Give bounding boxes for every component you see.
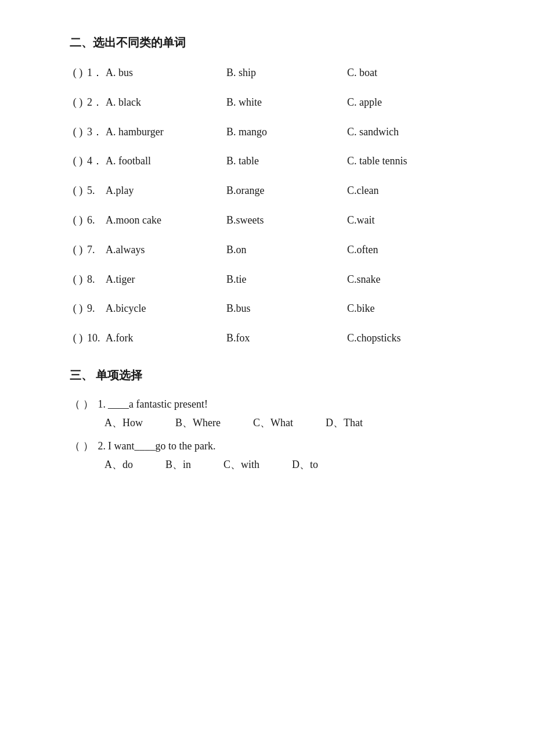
option-item: C.chopsticks bbox=[347, 330, 401, 347]
table-row: ( ) 6.A.moon cakeB.sweetsC.wait bbox=[70, 212, 464, 229]
option-item: B.orange bbox=[226, 182, 319, 199]
answer-bracket: ( ) bbox=[70, 212, 86, 229]
option-item: C. apple bbox=[347, 94, 382, 111]
answer-bracket: ( ) bbox=[70, 182, 86, 199]
option-item: A. black bbox=[106, 94, 199, 111]
option-item: B.on bbox=[226, 242, 319, 258]
section-2-title: 二、选出不同类的单词 bbox=[70, 35, 464, 51]
mc-options-row: A、HowB、WhereC、WhatD、That bbox=[104, 416, 464, 430]
question-number: 3． bbox=[87, 124, 103, 141]
options-row: A. hamburgerB. mangoC. sandwich bbox=[106, 124, 399, 141]
option-item: A.play bbox=[106, 182, 199, 199]
table-row: ( ) 1．A. busB. shipC. boat bbox=[70, 64, 464, 81]
question-number: 6. bbox=[87, 212, 103, 229]
question-number: 1. bbox=[98, 398, 106, 411]
option-item: A.always bbox=[106, 242, 199, 258]
options-row: A.moon cakeB.sweetsC.wait bbox=[106, 212, 375, 229]
option-item: C、What bbox=[253, 416, 293, 430]
answer-bracket: ( ) bbox=[70, 242, 86, 258]
options-row: A. busB. shipC. boat bbox=[106, 64, 377, 81]
option-item: C. boat bbox=[347, 64, 377, 81]
question-number: 5. bbox=[87, 182, 103, 199]
question-number: 10. bbox=[87, 330, 103, 347]
option-item: C.often bbox=[347, 242, 378, 258]
answer-bracket: （ ） bbox=[70, 439, 93, 453]
option-item: B.fox bbox=[226, 330, 319, 347]
mc-question-row: （ ）1.____a fantastic present! bbox=[70, 397, 464, 411]
option-item: A.moon cake bbox=[106, 212, 199, 229]
options-row: A.alwaysB.onC.often bbox=[106, 242, 378, 258]
option-item: B. ship bbox=[226, 64, 319, 81]
option-item: D、That bbox=[326, 416, 363, 430]
option-item: B. mango bbox=[226, 124, 319, 141]
options-row: A.playB.orangeC.clean bbox=[106, 182, 378, 199]
option-item: C. table tennis bbox=[347, 153, 407, 170]
option-item: C. sandwich bbox=[347, 124, 399, 141]
options-row: A.forkB.foxC.chopsticks bbox=[106, 330, 401, 347]
question-number: 7. bbox=[87, 242, 103, 258]
answer-bracket: ( ) bbox=[70, 124, 86, 141]
answer-bracket: ( ) bbox=[70, 300, 86, 317]
option-item: A、do bbox=[104, 458, 133, 471]
option-item: A.bicycle bbox=[106, 300, 199, 317]
options-row: A.tigerB.tieC.snake bbox=[106, 271, 381, 288]
section-2: 二、选出不同类的单词 ( ) 1．A. busB. shipC. boat( )… bbox=[70, 35, 464, 347]
answer-bracket: ( ) bbox=[70, 153, 86, 170]
mc-question-row: （ ）2.I want____go to the park. bbox=[70, 439, 464, 453]
table-row: ( ) 3．A. hamburgerB. mangoC. sandwich bbox=[70, 124, 464, 141]
option-item: B.tie bbox=[226, 271, 319, 288]
table-row: ( ) 8.A.tigerB.tieC.snake bbox=[70, 271, 464, 288]
option-item: B.bus bbox=[226, 300, 319, 317]
table-row: ( ) 7.A.alwaysB.onC.often bbox=[70, 242, 464, 258]
section-3: 三、 单项选择 （ ）1.____a fantastic present!A、H… bbox=[70, 368, 464, 471]
question-number: 1． bbox=[87, 64, 103, 81]
option-item: A、How bbox=[104, 416, 143, 430]
answer-bracket: ( ) bbox=[70, 271, 86, 288]
option-item: C.wait bbox=[347, 212, 375, 229]
question-number: 2． bbox=[87, 94, 103, 111]
options-row: A. blackB. whiteC. apple bbox=[106, 94, 382, 111]
option-item: A. football bbox=[106, 153, 199, 170]
option-item: D、to bbox=[292, 458, 318, 471]
option-item: A. hamburger bbox=[106, 124, 199, 141]
question-number: 2. bbox=[98, 440, 106, 452]
table-row: ( ) 2．A. blackB. whiteC. apple bbox=[70, 94, 464, 111]
answer-bracket: （ ） bbox=[70, 397, 93, 411]
section-3-title: 三、 单项选择 bbox=[70, 368, 464, 383]
option-item: A.fork bbox=[106, 330, 199, 347]
table-row: ( ) 10.A.forkB.foxC.chopsticks bbox=[70, 330, 464, 347]
table-row: ( ) 9.A.bicycleB.busC.bike bbox=[70, 300, 464, 317]
question-text: I want____go to the park. bbox=[108, 440, 215, 452]
option-item: A.tiger bbox=[106, 271, 199, 288]
mc-options-row: A、doB、inC、withD、to bbox=[104, 458, 464, 471]
question-number: 4． bbox=[87, 153, 103, 170]
table-row: ( ) 4．A. footballB. tableC. table tennis bbox=[70, 153, 464, 170]
table-row: ( ) 5.A.playB.orangeC.clean bbox=[70, 182, 464, 199]
option-item: C、with bbox=[223, 458, 259, 471]
answer-bracket: ( ) bbox=[70, 64, 86, 81]
option-item: B. table bbox=[226, 153, 319, 170]
option-item: B、in bbox=[165, 458, 191, 471]
option-item: B.sweets bbox=[226, 212, 319, 229]
option-item: B. white bbox=[226, 94, 319, 111]
options-row: A. footballB. tableC. table tennis bbox=[106, 153, 407, 170]
answer-bracket: ( ) bbox=[70, 330, 86, 347]
question-number: 8. bbox=[87, 271, 103, 288]
option-item: B、Where bbox=[175, 416, 221, 430]
question-number: 9. bbox=[87, 300, 103, 317]
option-item: C.snake bbox=[347, 271, 381, 288]
option-item: C.clean bbox=[347, 182, 378, 199]
options-row: A.bicycleB.busC.bike bbox=[106, 300, 375, 317]
option-item: C.bike bbox=[347, 300, 375, 317]
answer-bracket: ( ) bbox=[70, 94, 86, 111]
question-text: ____a fantastic present! bbox=[108, 398, 208, 411]
option-item: A. bus bbox=[106, 64, 199, 81]
